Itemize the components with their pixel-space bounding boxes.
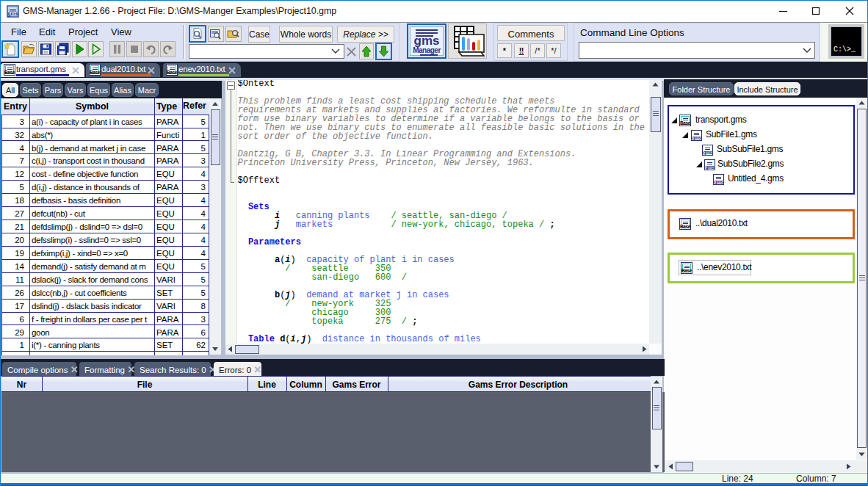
svg-text:gms: gms [7, 11, 18, 17]
